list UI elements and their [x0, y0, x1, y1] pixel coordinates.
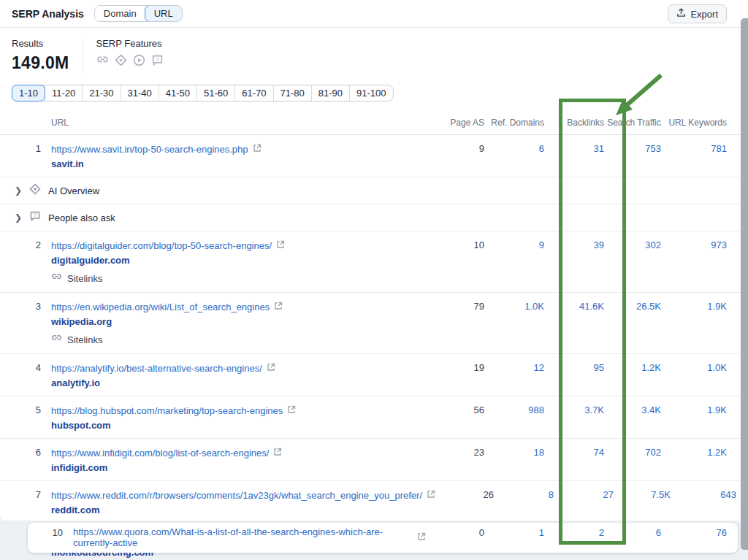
column-header-search-traffic[interactable]: Search Traffic — [604, 110, 661, 134]
result-url-link[interactable]: https://en.wikipedia.org/wiki/List_of_se… — [51, 302, 270, 312]
search-traffic-value[interactable]: 3.4K — [604, 396, 661, 415]
ref-domains-value[interactable]: 12 — [484, 354, 544, 373]
url-keywords-value[interactable]: 1.9K — [661, 396, 727, 415]
result-url-link[interactable]: https://analytify.io/best-alternative-se… — [51, 363, 262, 374]
sitelinks-link-icon — [51, 272, 62, 285]
backlinks-value[interactable]: 39 — [544, 231, 604, 250]
export-button[interactable]: Export — [668, 4, 727, 23]
backlinks-value[interactable]: 31 — [544, 135, 604, 154]
result-domain-link[interactable]: hubspot.com — [51, 420, 426, 431]
ref-domains-value[interactable]: 8 — [494, 481, 554, 500]
result-domain-link[interactable]: infidigit.com — [51, 462, 426, 473]
page-as-value: 0 — [426, 523, 484, 538]
url-keywords-value[interactable]: 76 — [661, 523, 727, 538]
serp-analysis-panel: SERP Analysis Domain URL Export Results … — [0, 0, 748, 521]
pagination-item-41-50[interactable]: 41-50 — [159, 85, 196, 101]
vertical-scrollbar[interactable] — [741, 18, 748, 550]
backlinks-value[interactable]: 41.6K — [544, 293, 604, 312]
chevron-right-icon[interactable]: ❯ — [12, 212, 22, 223]
pagination-item-51-60[interactable]: 51-60 — [196, 85, 234, 101]
external-link-icon[interactable] — [267, 361, 275, 375]
chevron-right-icon[interactable]: ❯ — [12, 185, 22, 196]
search-traffic-value[interactable]: 26.5K — [604, 293, 661, 312]
search-traffic-value[interactable]: 7.5K — [614, 481, 671, 500]
pagination-item-11-20[interactable]: 11-20 — [45, 85, 82, 101]
pagination-item-91-100[interactable]: 91-100 — [349, 85, 392, 101]
result-domain-link[interactable]: savit.in — [51, 158, 426, 169]
column-header-page-as[interactable]: Page AS — [426, 110, 484, 134]
ref-domains-value[interactable]: 1 — [484, 523, 544, 538]
pagination-item-31-40[interactable]: 31-40 — [121, 85, 159, 101]
url-keywords-value[interactable]: 1.0K — [661, 354, 727, 373]
ref-domains-value[interactable]: 18 — [484, 439, 544, 458]
backlinks-value[interactable]: 95 — [544, 354, 604, 373]
row-rank: 2 — [12, 231, 41, 250]
feature-row-label: AI Overview — [48, 185, 99, 196]
search-traffic-value[interactable]: 302 — [604, 231, 661, 250]
result-url-link[interactable]: https://blog.hubspot.com/marketing/top-s… — [51, 405, 283, 416]
serp-features-label: SERP Features — [96, 38, 164, 49]
external-link-icon[interactable] — [276, 239, 285, 252]
svg-text:?: ? — [34, 212, 37, 218]
result-url-link[interactable]: https://www.infidigit.com/blog/list-of-s… — [51, 448, 269, 459]
toggle-domain-button[interactable]: Domain — [95, 6, 145, 21]
url-keywords-value[interactable]: 1.2K — [661, 439, 727, 458]
result-domain-link[interactable]: digitalguider.com — [51, 255, 426, 266]
result-url-link[interactable]: https://www.quora.com/What-is-a-list-of-… — [73, 526, 413, 548]
result-url-link[interactable]: https://digitalguider.com/blog/top-50-se… — [51, 240, 272, 251]
sitelinks-label: Sitelinks — [67, 334, 102, 345]
backlinks-value[interactable]: 3.7K — [544, 396, 604, 415]
external-link-icon[interactable] — [253, 142, 262, 156]
external-link-icon[interactable] — [287, 404, 296, 417]
external-link-icon[interactable] — [273, 446, 282, 459]
ai-overview-diamond-icon[interactable] — [115, 54, 127, 66]
backlinks-value[interactable]: 27 — [554, 481, 614, 500]
search-traffic-value[interactable]: 6 — [604, 523, 661, 538]
column-header-url[interactable]: URL — [41, 110, 426, 134]
column-header-url-keywords[interactable]: URL Keywords — [661, 110, 727, 134]
pagination-item-21-30[interactable]: 21-30 — [82, 85, 120, 101]
top-bar: SERP Analysis Domain URL Export — [0, 0, 748, 28]
result-domain-link[interactable]: quora.com — [73, 551, 426, 553]
table-row: 4 https://analytify.io/best-alternative-… — [0, 354, 748, 396]
row-rank: 7 — [12, 481, 41, 500]
column-header-backlinks[interactable]: Backlinks — [544, 110, 604, 134]
ref-domains-value[interactable]: 6 — [484, 135, 544, 154]
backlinks-value[interactable]: 2 — [544, 523, 604, 538]
result-domain-link[interactable]: analytify.io — [51, 377, 426, 388]
table-row: 5 https://blog.hubspot.com/marketing/top… — [0, 396, 748, 439]
ref-domains-value[interactable]: 988 — [484, 396, 544, 415]
feature-row-people-also-ask[interactable]: ❯ ? People also ask — [0, 204, 748, 231]
result-url-link[interactable]: https://www.reddit.com/r/browsers/commen… — [51, 490, 422, 501]
url-keywords-value[interactable]: 643 — [671, 481, 736, 500]
backlinks-value[interactable]: 74 — [544, 439, 604, 458]
serp-features-block: SERP Features — [83, 38, 177, 73]
url-keywords-value[interactable]: 973 — [661, 231, 727, 250]
sitelinks-link-icon[interactable] — [96, 54, 109, 66]
result-domain-link[interactable]: wikipedia.org — [51, 316, 426, 327]
external-link-icon[interactable] — [274, 300, 283, 313]
pagination-item-61-70[interactable]: 61-70 — [234, 85, 272, 101]
table-row: 6 https://www.infidigit.com/blog/list-of… — [0, 439, 748, 481]
url-keywords-value[interactable]: 1.9K — [661, 293, 727, 312]
results-value: 149.0M — [12, 53, 69, 73]
search-traffic-value[interactable]: 702 — [604, 439, 661, 458]
external-link-icon[interactable] — [417, 531, 426, 544]
search-traffic-value[interactable]: 753 — [604, 135, 661, 154]
pagination-item-81-90[interactable]: 81-90 — [311, 85, 349, 101]
ref-domains-value[interactable]: 9 — [484, 231, 544, 250]
result-url-link[interactable]: https://www.savit.in/top-50-search-engin… — [51, 144, 248, 155]
url-keywords-value[interactable]: 781 — [661, 135, 727, 154]
column-header-ref-domains[interactable]: Ref. Domains — [484, 110, 544, 134]
ref-domains-value[interactable]: 1.0K — [484, 293, 544, 312]
pagination-item-71-80[interactable]: 71-80 — [273, 85, 311, 101]
people-also-ask-bubble-icon[interactable]: ? — [151, 54, 164, 66]
video-play-icon[interactable] — [133, 54, 145, 66]
results-table: URL Page AS Ref. Domains Backlinks Searc… — [0, 110, 748, 560]
pagination-item-1-10[interactable]: 1-10 — [12, 85, 45, 101]
search-traffic-value[interactable]: 1.2K — [604, 354, 661, 373]
feature-row-ai-overview[interactable]: ❯ AI Overview — [0, 177, 748, 204]
toggle-url-button[interactable]: URL — [145, 5, 183, 22]
result-domain-link[interactable]: reddit.com — [51, 505, 435, 515]
external-link-icon[interactable] — [427, 488, 435, 502]
